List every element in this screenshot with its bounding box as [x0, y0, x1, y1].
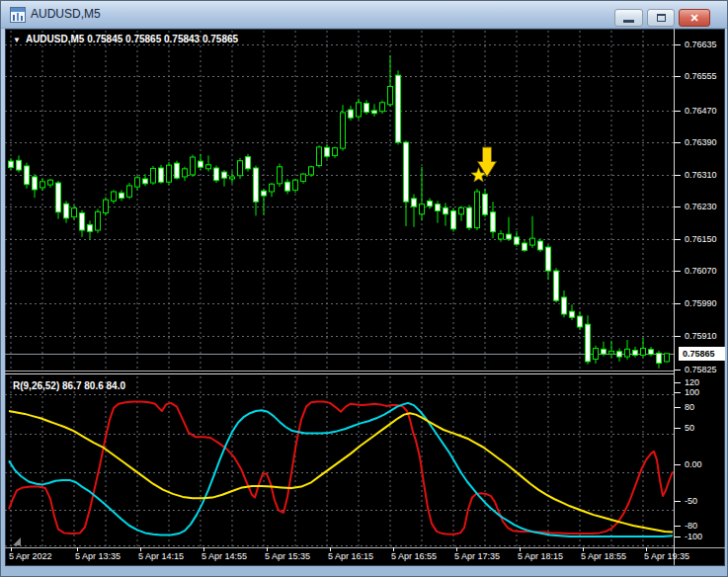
price-axis-label: 0.76150 — [685, 234, 717, 244]
minimize-button[interactable] — [614, 9, 643, 27]
restore-icon — [657, 14, 666, 22]
app-chart-icon — [10, 7, 26, 23]
indicator-axis-label: 120 — [685, 377, 699, 387]
chart-ohlc-header: ▼AUDUSD,M5 0.75845 0.75865 0.75843 0.758… — [13, 34, 238, 44]
price-axis-label: 0.76070 — [685, 266, 717, 276]
price-axis-label: 0.76635 — [685, 40, 717, 49]
time-axis-label: 5 Apr 15:35 — [265, 551, 310, 561]
chart-window: AUDUSD,M5 ✕ ▼AUDUSD,M5 0.75845 0.75865 0… — [0, 0, 728, 577]
price-axis-label: 0.75825 — [685, 365, 717, 374]
chart-client-area[interactable] — [5, 29, 725, 566]
time-axis-label: 5 Apr 16:55 — [391, 551, 437, 561]
time-axis-label: 5 Apr 14:55 — [202, 551, 247, 561]
time-axis-label: 5 Apr 16:15 — [328, 551, 373, 561]
window-title: AUDUSD,M5 — [31, 7, 101, 21]
price-axis-label: 0.76555 — [685, 71, 717, 81]
time-axis-label: 5 Apr 18:55 — [581, 551, 626, 561]
indicator-axis-label: -100 — [685, 532, 702, 541]
restore-button[interactable] — [647, 9, 675, 27]
time-axis-label: 5 Apr 17:35 — [454, 551, 500, 561]
price-axis-label: 0.76390 — [685, 137, 717, 147]
price-axis-label: 0.76470 — [685, 106, 717, 116]
indicator-axis-label: 100 — [685, 387, 699, 397]
price-axis-label: 0.76310 — [685, 170, 717, 180]
window-titlebar[interactable]: AUDUSD,M5 ✕ — [1, 1, 727, 29]
indicator-axis-label: -80 — [685, 521, 697, 531]
indicator-axis-label: -50 — [685, 496, 697, 506]
price-axis-label: 0.75910 — [685, 331, 717, 341]
time-axis-label: 5 Apr 13:35 — [75, 551, 121, 561]
price-axis-label: 0.75990 — [685, 298, 717, 308]
chart-dropdown-icon[interactable]: ▼ — [13, 36, 21, 44]
indicator-axis-label: 50 — [685, 423, 694, 433]
time-axis-label: 5 Apr 14:15 — [138, 551, 184, 561]
ohlc-text: AUDUSD,M5 0.75845 0.75865 0.75843 0.7586… — [26, 34, 238, 44]
close-button[interactable]: ✕ — [679, 9, 710, 27]
minimize-icon — [623, 20, 634, 23]
indicator-axis-label: 0.00 — [685, 459, 702, 469]
time-axis-label: 5 Apr 18:15 — [518, 551, 563, 561]
time-axis-label: 5 Apr 2022 — [9, 551, 52, 561]
indicator-label: R(9,26,52) 86.7 80.6 84.0 — [13, 380, 125, 391]
price-axis-label: 0.76230 — [685, 202, 717, 211]
indicator-axis-label: 80 — [685, 402, 694, 412]
current-price-badge: 0.75865 — [679, 347, 725, 361]
time-axis-label: 5 Apr 19:35 — [644, 551, 689, 561]
